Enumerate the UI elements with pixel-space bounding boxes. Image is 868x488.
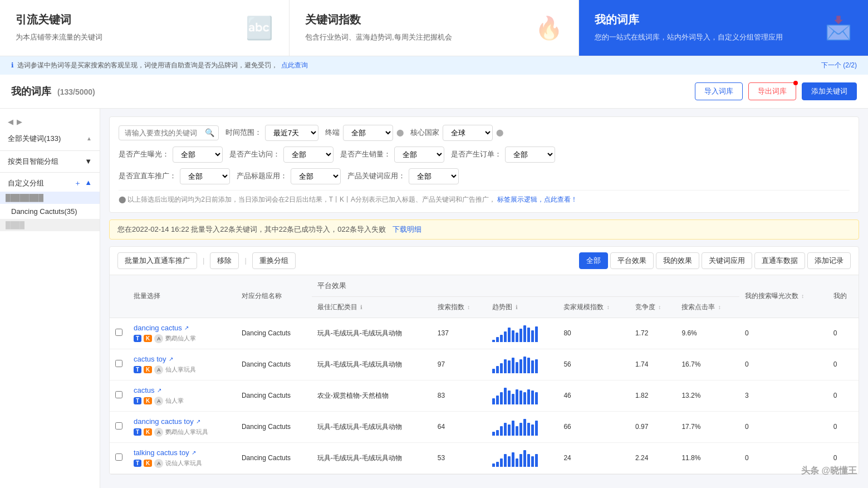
content-area: ◀ ▶ 全部关键词(133) ▲ 按类目智能分组 ▼ 自定义分组 ＋ ▲ ███… [0, 109, 868, 488]
store-avatar: A [154, 459, 163, 468]
tab-keyword-apply[interactable]: 关键词应用 [702, 252, 752, 269]
tab-express-data[interactable]: 直通车数据 [754, 252, 805, 269]
export-btn[interactable]: 导出词库 [748, 82, 796, 100]
info-bar-link[interactable]: 下载明细 [393, 225, 421, 233]
competition-cell: 1.74 [630, 349, 676, 380]
divider-2: | [244, 256, 246, 265]
search-click-rate-sort-icon[interactable]: ↕ [718, 304, 721, 310]
left-arrow-icon[interactable]: ◀ [8, 118, 13, 126]
best-category-info-icon[interactable]: ℹ [360, 304, 362, 310]
search-input[interactable] [119, 125, 219, 140]
country-select[interactable]: 全球 美国 英国 [443, 125, 493, 141]
time-filter-group: 时间范围： 最近7天 最近30天 最近90天 [225, 125, 318, 141]
produce-view-select[interactable]: 全部 [173, 147, 223, 163]
traffic-card[interactable]: 引流关键词 为本店铺带来流量的关键词 🔤 [0, 0, 290, 56]
remove-btn[interactable]: 移除 [210, 252, 239, 269]
search-index-sort-icon[interactable]: ↕ [467, 304, 470, 310]
tag-k: K [144, 428, 152, 436]
search-click-rate-cell: 9.6% [676, 318, 739, 349]
traffic-card-icon: 🔤 [246, 14, 273, 41]
sidebar-dancing-cactuts[interactable]: Dancing Cactuts(35) [0, 204, 100, 219]
sidebar-nav-arrows: ◀ ▶ [0, 114, 100, 129]
keyword-name[interactable]: cactus toy ↗ [134, 355, 231, 363]
table-area: 批量加入直通车推广 | 移除 | 重换分组 全部 平台效果 我的效果 关键词应用… [109, 246, 859, 475]
mini-bar [535, 454, 538, 467]
keyword-tags: TK A 仙人掌 [134, 397, 231, 406]
keyword-cell: dancing cactus toy ↗ TK A 鹦鹉仙人掌玩具 [128, 411, 236, 442]
product-keyword-select[interactable]: 全部 [409, 168, 459, 184]
header-buttons: 导入词库 导出词库 添加关键词 [695, 82, 857, 100]
table-row: dancing cactus ↗ TK A 鹦鹉仙人掌 Dancing Cact… [110, 318, 859, 349]
th-search-click-rate: 搜索点击率 ↕ [676, 296, 739, 318]
express-select[interactable]: 全部 [180, 168, 230, 184]
chevron-up-icon-2[interactable]: ▲ [85, 178, 92, 188]
row-checkbox-0[interactable] [115, 329, 122, 336]
notice-next[interactable]: 下一个 (2/2) [821, 61, 857, 70]
keyword-name[interactable]: dancing cactus toy ↗ [134, 417, 231, 426]
keyword-name[interactable]: cactus ↗ [134, 386, 231, 394]
row-checkbox-3[interactable] [115, 422, 122, 430]
mini-bar [523, 392, 526, 404]
search-click-rate-cell: 16.7% [676, 349, 739, 380]
add-keyword-btn[interactable]: 添加关键词 [802, 82, 857, 100]
tab-add-record[interactable]: 添加记录 [807, 252, 851, 269]
seller-scale-sort-icon[interactable]: ↕ [607, 304, 610, 310]
row-checkbox-2[interactable] [115, 391, 122, 398]
keyword-name[interactable]: talking cactus toy ↗ [134, 448, 231, 457]
end-select[interactable]: 全部 [343, 125, 393, 141]
country-info-icon: ⬤ [496, 129, 503, 136]
info-bar-text: 您在2022-02-14 16:22 批量导入22条关键词，其中22条已成功导入… [117, 225, 386, 233]
filter-row-1: 🔍 时间范围： 最近7天 最近30天 最近90天 终端 全部 ⬤ [119, 125, 850, 141]
produce-order-select[interactable]: 全部 [394, 147, 444, 163]
tab-platform-effect[interactable]: 平台效果 [610, 252, 654, 269]
index-card-icon: 🔥 [535, 14, 563, 41]
time-select[interactable]: 最近7天 最近30天 最近90天 [265, 125, 318, 141]
index-card[interactable]: 关键词指数 包含行业热词、蓝海趋势词,每周关注把握机会 🔥 [290, 0, 579, 56]
th-my-col: 我的 [828, 275, 859, 318]
sidebar-custom-group[interactable]: 自定义分组 ＋ ▲ [0, 175, 100, 192]
mini-bars [492, 324, 552, 342]
right-arrow-icon[interactable]: ▶ [17, 118, 22, 126]
filter-note-link[interactable]: 标签展示逻辑，点此查看！ [497, 196, 577, 203]
best-category-cell: 玩具-毛绒玩具-毛绒玩具动物 [312, 411, 432, 442]
produce-visit-select[interactable]: 全部 [283, 147, 334, 163]
row-checkbox-4[interactable] [115, 453, 122, 461]
mini-bar [527, 423, 530, 436]
best-category-cell: 玩具-毛绒玩具-毛绒玩具动物 [312, 318, 432, 349]
change-group-btn[interactable]: 重换分组 [252, 252, 296, 269]
my-exposure-cell: 0 [739, 349, 828, 380]
trend-info-icon[interactable]: ℹ [516, 304, 518, 310]
mini-bar [504, 454, 507, 467]
bulk-add-btn[interactable]: 批量加入直通车推广 [117, 252, 197, 269]
import-btn[interactable]: 导入词库 [695, 82, 743, 100]
plus-icon[interactable]: ＋ [74, 178, 81, 188]
tab-all[interactable]: 全部 [579, 252, 608, 269]
my-exposure-sort-icon[interactable]: ↕ [801, 293, 804, 299]
tab-my-effect[interactable]: 我的效果 [656, 252, 699, 269]
sidebar-item-all[interactable]: 全部关键词(133) ▲ [0, 129, 100, 148]
divider-1: | [203, 256, 204, 265]
data-table: 批量选择 对应分组名称 平台效果 我的搜索曝光次数 ↕ [110, 275, 859, 474]
produce-order-label: 是否产生销量： [340, 149, 391, 159]
search-index-cell: 97 [432, 349, 487, 380]
search-index-cell: 137 [432, 318, 487, 349]
notice-link[interactable]: 点此查询 [281, 61, 308, 70]
top-cards-section: 引流关键词 为本店铺带来流量的关键词 🔤 关键词指数 包含行业热词、蓝海趋势词,… [0, 0, 868, 56]
mylib-card[interactable]: 我的词库 您的一站式在线词库，站内外词导入，自定义分组管理应用 📩 [579, 0, 868, 56]
produce-visit-group: 是否产生访问： 全部 [229, 147, 334, 163]
seller-scale-cell: 66 [558, 411, 630, 442]
row-checkbox-1[interactable] [115, 360, 122, 367]
competition-sort-icon[interactable]: ↕ [658, 304, 661, 310]
mini-bar [516, 333, 518, 342]
watermark: 头条 @晓懂王 [801, 465, 857, 477]
produce-sale-select[interactable]: 全部 [505, 147, 555, 163]
search-index-cell: 64 [432, 411, 487, 442]
mini-bar [512, 452, 514, 467]
product-keyword-label: 产品关键词应用： [347, 171, 405, 181]
sidebar-smart-group[interactable]: 按类目智能分组 ▼ [0, 153, 100, 170]
keyword-name[interactable]: dancing cactus ↗ [134, 324, 231, 332]
notice-left: ℹ 选词参谋中热词等是买家搜索的客观呈现，词使用请自助查询是否为品牌词，避免受罚… [11, 61, 308, 70]
mini-bar [508, 328, 511, 342]
end-filter-group: 终端 全部 ⬤ [325, 125, 404, 141]
product-title-select[interactable]: 全部 [291, 168, 341, 184]
